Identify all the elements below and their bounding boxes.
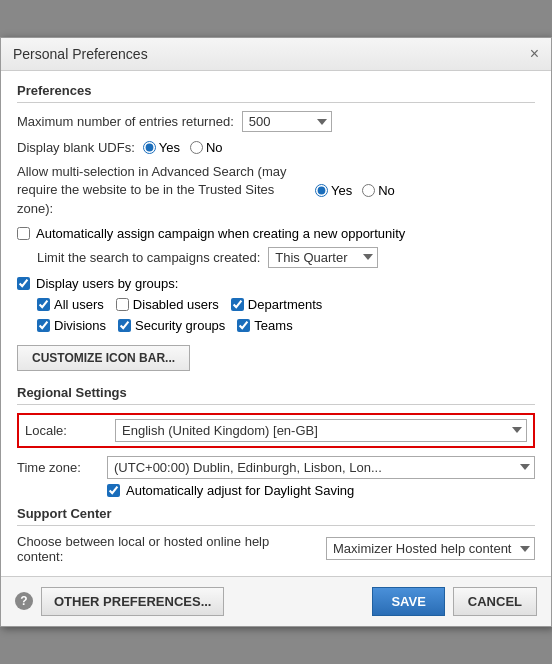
multi-select-no-option: No xyxy=(362,183,395,198)
support-section-title: Support Center xyxy=(17,506,535,526)
help-icon[interactable]: ? xyxy=(15,592,33,610)
blank-udfs-no-label[interactable]: No xyxy=(206,140,223,155)
limit-search-label: Limit the search to campaigns created: xyxy=(37,250,260,265)
timezone-label: Time zone: xyxy=(17,460,107,475)
all-users-checkbox[interactable] xyxy=(37,298,50,311)
teams-checkbox[interactable] xyxy=(237,319,250,332)
daylight-saving-checkbox[interactable] xyxy=(107,484,120,497)
disabled-users-checkbox[interactable] xyxy=(116,298,129,311)
blank-udfs-radio-group: Yes No xyxy=(143,140,223,155)
security-groups-checkbox[interactable] xyxy=(118,319,131,332)
footer-left: ? OTHER PREFERENCES... xyxy=(15,587,224,616)
timezone-select[interactable]: (UTC+00:00) Dublin, Edinburgh, Lisbon, L… xyxy=(107,456,535,479)
teams-label[interactable]: Teams xyxy=(254,318,292,333)
close-button[interactable]: × xyxy=(530,46,539,62)
multi-select-row: Allow multi-selection in Advanced Search… xyxy=(17,163,535,218)
blank-udfs-no-radio[interactable] xyxy=(190,141,203,154)
divisions-checkbox[interactable] xyxy=(37,319,50,332)
disabled-users-label[interactable]: Disabled users xyxy=(133,297,219,312)
security-groups-item: Security groups xyxy=(118,318,225,333)
multi-select-radio-group: Yes No xyxy=(315,183,395,198)
display-users-checkbox[interactable] xyxy=(17,277,30,290)
limit-search-select[interactable]: This Quarter xyxy=(268,247,378,268)
dialog-body: Preferences Maximum number of entries re… xyxy=(1,71,551,576)
departments-label[interactable]: Departments xyxy=(248,297,322,312)
blank-udfs-label: Display blank UDFs: xyxy=(17,140,135,155)
display-users-label[interactable]: Display users by groups: xyxy=(36,276,178,291)
help-row: Choose between local or hosted online he… xyxy=(17,534,535,564)
user-groups-row1: All users Disabled users Departments xyxy=(37,297,535,312)
preferences-section-title: Preferences xyxy=(17,83,535,103)
multi-select-no-label[interactable]: No xyxy=(378,183,395,198)
dialog-footer: ? OTHER PREFERENCES... SAVE CANCEL xyxy=(1,576,551,626)
user-groups-row2: Divisions Security groups Teams xyxy=(37,318,535,333)
regional-section: Regional Settings Locale: English (Unite… xyxy=(17,385,535,498)
max-entries-label: Maximum number of entries returned: xyxy=(17,114,234,129)
disabled-users-item: Disabled users xyxy=(116,297,219,312)
daylight-row: Automatically adjust for Daylight Saving xyxy=(107,483,535,498)
dialog-title: Personal Preferences xyxy=(13,46,148,62)
support-section: Support Center Choose between local or h… xyxy=(17,506,535,564)
max-entries-select[interactable]: 500 xyxy=(242,111,332,132)
all-users-label[interactable]: All users xyxy=(54,297,104,312)
blank-udfs-yes-radio[interactable] xyxy=(143,141,156,154)
multi-select-yes-label[interactable]: Yes xyxy=(331,183,352,198)
blank-udfs-yes-label[interactable]: Yes xyxy=(159,140,180,155)
display-users-row: Display users by groups: xyxy=(17,276,535,291)
blank-udfs-no-option: No xyxy=(190,140,223,155)
security-groups-label[interactable]: Security groups xyxy=(135,318,225,333)
multi-select-label: Allow multi-selection in Advanced Search… xyxy=(17,163,307,218)
divisions-item: Divisions xyxy=(37,318,106,333)
locale-select[interactable]: English (United Kingdom) [en-GB] xyxy=(115,419,527,442)
multi-select-yes-radio[interactable] xyxy=(315,184,328,197)
all-users-item: All users xyxy=(37,297,104,312)
multi-select-yes-option: Yes xyxy=(315,183,352,198)
blank-udfs-yes-option: Yes xyxy=(143,140,180,155)
multi-select-no-radio[interactable] xyxy=(362,184,375,197)
blank-udfs-row: Display blank UDFs: Yes No xyxy=(17,140,535,155)
cancel-button[interactable]: CANCEL xyxy=(453,587,537,616)
departments-checkbox[interactable] xyxy=(231,298,244,311)
auto-assign-checkbox[interactable] xyxy=(17,227,30,240)
departments-item: Departments xyxy=(231,297,322,312)
auto-assign-row: Automatically assign campaign when creat… xyxy=(17,226,535,241)
help-content-select[interactable]: Maximizer Hosted help content xyxy=(326,537,535,560)
help-label: Choose between local or hosted online he… xyxy=(17,534,316,564)
locale-label: Locale: xyxy=(25,423,115,438)
save-button[interactable]: SAVE xyxy=(372,587,444,616)
auto-assign-label[interactable]: Automatically assign campaign when creat… xyxy=(36,226,405,241)
timezone-row: Time zone: (UTC+00:00) Dublin, Edinburgh… xyxy=(17,456,535,479)
limit-search-row: Limit the search to campaigns created: T… xyxy=(37,247,535,268)
customize-icon-bar-button[interactable]: CUSTOMIZE ICON BAR... xyxy=(17,345,190,371)
dialog-header: Personal Preferences × xyxy=(1,38,551,71)
locale-row: Locale: English (United Kingdom) [en-GB] xyxy=(17,413,535,448)
other-preferences-button[interactable]: OTHER PREFERENCES... xyxy=(41,587,224,616)
regional-section-title: Regional Settings xyxy=(17,385,535,405)
daylight-saving-label[interactable]: Automatically adjust for Daylight Saving xyxy=(126,483,354,498)
personal-preferences-dialog: Personal Preferences × Preferences Maxim… xyxy=(0,37,552,627)
divisions-label[interactable]: Divisions xyxy=(54,318,106,333)
footer-right: SAVE CANCEL xyxy=(372,587,537,616)
max-entries-row: Maximum number of entries returned: 500 xyxy=(17,111,535,132)
teams-item: Teams xyxy=(237,318,292,333)
